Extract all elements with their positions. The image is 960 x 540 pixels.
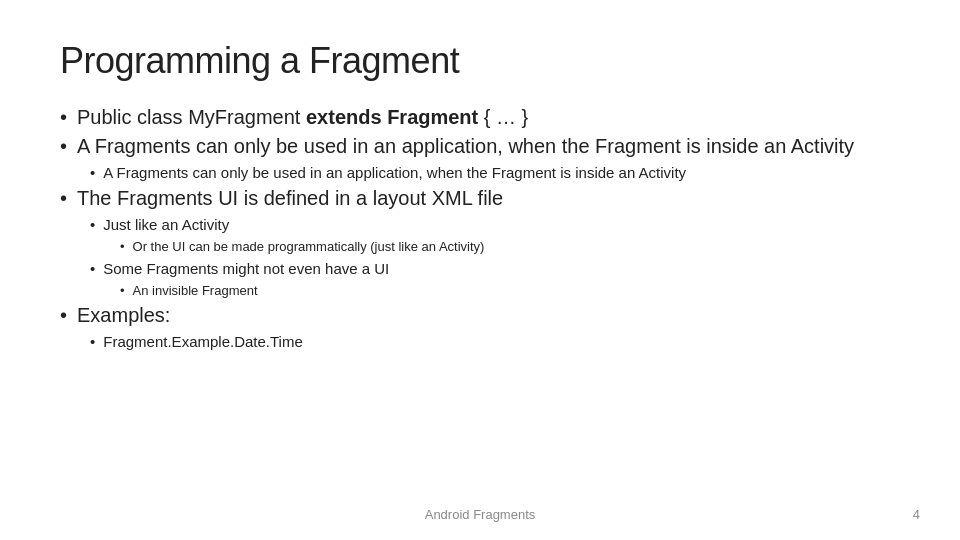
- slide-content: • Public class MyFragment extends Fragme…: [60, 106, 900, 350]
- slide-footer: Android Fragments 4: [0, 507, 960, 522]
- bullet-text: The Fragments UI is defined in a layout …: [77, 187, 503, 210]
- bullet-marker: •: [60, 106, 67, 129]
- bullet-text: Just like an Activity: [103, 216, 229, 233]
- bullet-marker: •: [90, 333, 95, 350]
- bold-text: extends Fragment: [306, 106, 478, 128]
- bullet-text: Or the UI can be made programmatically (…: [133, 239, 485, 254]
- bullet-text: An invisible Fragment: [133, 283, 258, 298]
- list-item: • The Fragments UI is defined in a layou…: [60, 187, 900, 210]
- slide-title: Programming a Fragment: [60, 40, 900, 82]
- list-item: • Fragment.Example.Date.Time: [90, 333, 900, 350]
- list-item: • An invisible Fragment: [120, 283, 900, 298]
- bullet-marker: •: [60, 135, 67, 158]
- bullet-text: A Fragments can only be used in an appli…: [77, 135, 854, 158]
- bullet-marker: •: [60, 304, 67, 327]
- footer-page-number: 4: [913, 507, 920, 522]
- list-item: • A Fragments can only be used in an app…: [60, 135, 900, 158]
- footer-center-text: Android Fragments: [0, 507, 960, 522]
- bullet-text: A Fragments can only be used in an appli…: [103, 164, 686, 181]
- list-item: • Or the UI can be made programmatically…: [120, 239, 900, 254]
- list-item: • Public class MyFragment extends Fragme…: [60, 106, 900, 129]
- bullet-marker: •: [90, 216, 95, 233]
- list-item: • Examples:: [60, 304, 900, 327]
- bullet-marker: •: [120, 283, 125, 298]
- list-item: • A Fragments can only be used in an app…: [90, 164, 900, 181]
- list-item: • Some Fragments might not even have a U…: [90, 260, 900, 277]
- bullet-marker: •: [120, 239, 125, 254]
- bullet-text: Public class MyFragment extends Fragment…: [77, 106, 528, 129]
- bullet-marker: •: [90, 164, 95, 181]
- bullet-marker: •: [90, 260, 95, 277]
- bullet-text: Some Fragments might not even have a UI: [103, 260, 389, 277]
- bullet-marker: •: [60, 187, 67, 210]
- bullet-text: Examples:: [77, 304, 170, 327]
- list-item: • Just like an Activity: [90, 216, 900, 233]
- slide: Programming a Fragment • Public class My…: [0, 0, 960, 540]
- bullet-text: Fragment.Example.Date.Time: [103, 333, 303, 350]
